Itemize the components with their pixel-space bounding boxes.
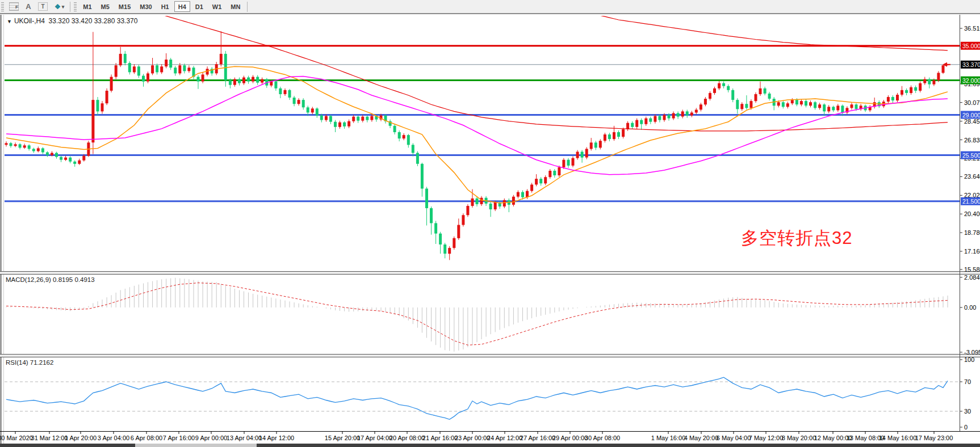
candle — [128, 63, 131, 72]
price-tick-label: 17.160 — [964, 248, 980, 255]
toolbar-drag-grip[interactable] — [1, 2, 4, 11]
macd-value: 0.8195 — [53, 276, 73, 283]
toolbar: F A T ❖▾ M1M5M15M30H1H4D1W1MN — [0, 0, 980, 14]
timeframe-button-M5[interactable]: M5 — [97, 1, 114, 12]
price-level-label: 35.000 — [962, 43, 980, 49]
rsi-axis-label: 100 — [964, 356, 974, 363]
candle — [942, 65, 945, 73]
candle — [183, 65, 186, 71]
text-label-tool-button[interactable]: T — [35, 1, 51, 12]
time-axis-label: 14 Apr 12:00 — [259, 435, 294, 441]
price-tick-label: 15.585 — [964, 266, 980, 273]
chart-surface[interactable]: 36.51034.89031.69530.07528.45526.83525.2… — [0, 0, 980, 447]
toolbar-separator-2 — [247, 2, 248, 12]
candle — [19, 144, 22, 147]
candle — [73, 162, 76, 164]
candle — [115, 65, 118, 77]
candle — [82, 156, 85, 161]
candle — [448, 248, 451, 254]
candle — [795, 100, 798, 104]
timeframe-button-D1[interactable]: D1 — [191, 1, 207, 12]
candle — [471, 199, 474, 206]
candle — [28, 145, 31, 149]
time-axis-label: 14 May 16:00 — [879, 435, 917, 441]
candle — [512, 197, 515, 205]
candle — [677, 113, 680, 117]
shapes-tool-button[interactable]: ❖▾ — [52, 1, 67, 12]
candle — [896, 95, 899, 100]
macd-axis-label: 2.084 — [964, 274, 980, 281]
candle — [407, 135, 410, 145]
candle — [279, 88, 282, 94]
time-axis-label: 13 Apr 04:00 — [227, 435, 262, 441]
candle — [133, 66, 136, 72]
candle — [165, 60, 167, 66]
price-level-label: 25.500 — [962, 152, 980, 159]
candle — [672, 113, 675, 119]
chart-title[interactable]: ▼UKOil-,H4 33.320 33.420 33.280 33.370 — [7, 17, 137, 25]
candle — [901, 90, 903, 95]
candle — [649, 119, 652, 122]
candle — [585, 149, 588, 157]
rsi-indicator-label: RSI(14) 71.2162 — [6, 359, 53, 366]
candle — [631, 123, 634, 127]
candle — [37, 148, 40, 151]
candle — [453, 238, 455, 248]
price-level-label: 21.500 — [962, 198, 980, 205]
timeframe-button-MN[interactable]: MN — [227, 1, 244, 12]
rsi-value: 71.2162 — [30, 359, 54, 366]
candle — [690, 112, 693, 115]
timeframe-button-M30[interactable]: M30 — [136, 1, 156, 12]
candle — [823, 104, 826, 111]
candle — [722, 83, 725, 86]
candle — [704, 99, 707, 104]
timeframe-button-M15[interactable]: M15 — [115, 1, 135, 12]
candle — [174, 68, 177, 73]
candle — [202, 74, 204, 81]
candle — [836, 106, 839, 110]
candle — [347, 121, 350, 126]
candle — [786, 103, 789, 107]
candle — [55, 153, 58, 157]
time-axis-label: 31 Mar 12:00 — [31, 435, 68, 441]
candle — [740, 104, 743, 109]
price-tick-label: 36.510 — [964, 25, 980, 32]
candle — [923, 79, 926, 83]
timeframe-button-H1[interactable]: H1 — [157, 1, 173, 12]
candle — [338, 123, 341, 127]
time-axis-label: 7 Apr 16:00 — [163, 435, 195, 441]
ohlc-label: 33.320 33.420 33.280 33.370 — [49, 17, 138, 25]
candle — [590, 142, 593, 149]
candle — [178, 65, 181, 73]
candle — [855, 104, 858, 109]
timeframe-button-W1[interactable]: W1 — [208, 1, 226, 12]
macd-name: MACD(12,26,9) — [6, 276, 51, 283]
candle — [832, 107, 835, 110]
candle — [695, 109, 698, 112]
candle — [713, 88, 716, 93]
candle — [46, 153, 49, 155]
candle — [119, 54, 122, 65]
timeframe-button-M1[interactable]: M1 — [79, 1, 95, 12]
candle — [137, 66, 140, 75]
candle — [640, 120, 643, 124]
candle — [439, 234, 442, 244]
rsi-axis-label: 70 — [964, 378, 971, 385]
time-axis-label: 1 May 16:00 — [651, 435, 686, 441]
template-button[interactable]: F — [6, 1, 22, 12]
candle — [284, 90, 287, 94]
candle — [462, 215, 464, 225]
candle — [307, 107, 309, 112]
timeframe-drag-grip[interactable] — [74, 2, 77, 11]
candle — [572, 158, 575, 166]
symbol-dropdown-icon[interactable]: ▼ — [7, 19, 12, 24]
rsi-axis-label: 0 — [964, 424, 968, 431]
time-axis-label: 6 Apr 08:00 — [131, 435, 162, 441]
candle — [197, 77, 200, 82]
timeframe-button-H4[interactable]: H4 — [174, 1, 190, 12]
candle — [110, 77, 113, 91]
candle — [101, 103, 104, 111]
arrow-tool-button[interactable]: A — [23, 1, 34, 12]
candle — [644, 119, 647, 124]
candle — [530, 184, 533, 191]
